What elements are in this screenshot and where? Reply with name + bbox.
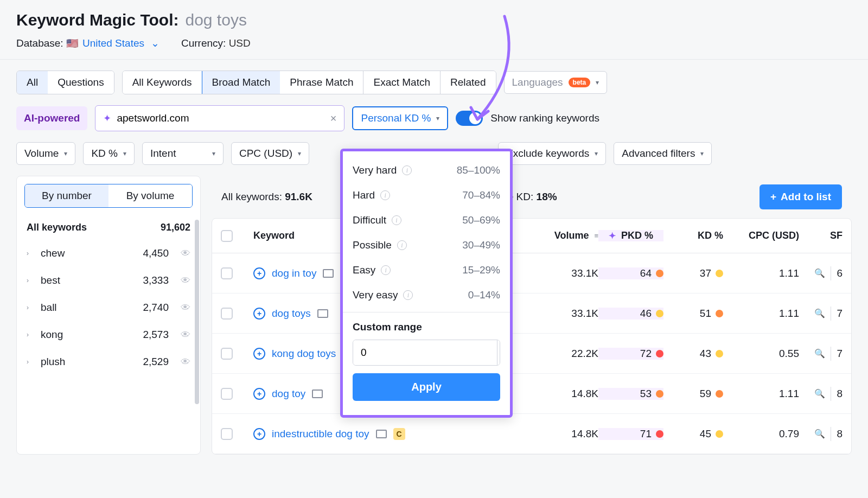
tab-questions[interactable]: Questions xyxy=(48,71,114,94)
sidebar-item-name: chew xyxy=(41,247,135,259)
tab-related[interactable]: Related xyxy=(441,71,496,94)
tab-exact-match[interactable]: Exact Match xyxy=(363,71,441,94)
add-keyword-icon[interactable]: + xyxy=(253,267,265,279)
serp-icon[interactable] xyxy=(376,430,387,438)
kd-value: 51 xyxy=(663,308,723,320)
volume-value: 33.1K xyxy=(539,308,598,320)
sidebar-item-count: 2,740 xyxy=(143,302,169,314)
difficulty-range: 70–84% xyxy=(462,189,500,201)
kd-filter[interactable]: KD %▾ xyxy=(83,142,135,165)
add-keyword-icon[interactable]: + xyxy=(253,388,265,400)
intent-filter[interactable]: Intent▾ xyxy=(142,142,224,165)
currency-label: Currency: xyxy=(181,37,226,49)
sidebar-item[interactable]: ›best3,333👁 xyxy=(20,267,197,294)
keyword-link[interactable]: dog in toy xyxy=(272,267,316,279)
info-icon[interactable]: i xyxy=(403,290,413,300)
sf-value: 7 xyxy=(837,308,843,320)
difficulty-range: 85–100% xyxy=(457,164,500,176)
col-pkd[interactable]: ✦PKD % xyxy=(598,230,663,241)
eye-icon[interactable]: 👁 xyxy=(181,356,190,368)
table-row: +dog in toy33.1K64371.11🔍6 xyxy=(212,253,851,293)
show-ranking-toggle[interactable] xyxy=(456,111,483,126)
serp-features-icon[interactable]: 🔍 xyxy=(814,388,825,399)
row-checkbox[interactable] xyxy=(221,428,233,440)
info-icon[interactable]: i xyxy=(402,165,412,175)
sidebar-item[interactable]: ›kong2,573👁 xyxy=(20,321,197,348)
difficulty-option[interactable]: Very hardi85–100% xyxy=(343,158,510,183)
row-checkbox[interactable] xyxy=(221,388,233,400)
add-keyword-icon[interactable]: + xyxy=(253,348,265,360)
select-all-checkbox[interactable] xyxy=(221,230,233,242)
serp-features-icon[interactable]: 🔍 xyxy=(814,268,825,278)
advanced-filters[interactable]: Advanced filters▾ xyxy=(614,142,712,165)
sidebar-tab-by-number[interactable]: By number xyxy=(25,184,108,207)
beta-badge: beta xyxy=(569,78,591,87)
show-ranking-label: Show ranking keywords xyxy=(490,112,599,124)
sidebar-tab-by-volume[interactable]: By volume xyxy=(108,184,192,207)
row-checkbox[interactable] xyxy=(221,308,233,320)
difficulty-option[interactable]: Hardi70–84% xyxy=(343,183,510,208)
eye-icon[interactable]: 👁 xyxy=(181,302,190,314)
custom-range-from[interactable] xyxy=(353,340,497,365)
tab-broad-match[interactable]: Broad Match xyxy=(202,71,281,94)
keyword-link[interactable]: kong dog toys xyxy=(272,348,336,360)
sidebar-item-count: 3,333 xyxy=(143,274,169,286)
difficulty-label: Possible xyxy=(353,239,392,251)
domain-input[interactable] xyxy=(117,112,330,124)
info-icon[interactable]: i xyxy=(397,240,407,250)
clear-icon[interactable]: × xyxy=(330,112,337,125)
eye-icon[interactable]: 👁 xyxy=(181,329,190,341)
add-to-list-button[interactable]: +Add to list xyxy=(760,184,842,209)
difficulty-label: Hard xyxy=(353,189,375,201)
difficulty-option[interactable]: Very easyi0–14% xyxy=(343,283,510,308)
cpc-filter[interactable]: CPC (USD)▾ xyxy=(231,142,309,165)
languages-filter[interactable]: Languages beta ▾ xyxy=(504,71,608,94)
col-cpc[interactable]: CPC (USD) xyxy=(723,230,799,241)
col-kd[interactable]: KD % xyxy=(663,230,723,241)
volume-filter[interactable]: Volume▾ xyxy=(16,142,75,165)
col-volume[interactable]: Volume≡ xyxy=(539,230,598,241)
keyword-link[interactable]: dog toys xyxy=(272,308,311,320)
volume-value: 14.8K xyxy=(539,428,598,440)
sort-desc-icon: ≡ xyxy=(594,232,598,240)
info-icon[interactable]: i xyxy=(392,215,401,225)
info-icon[interactable]: i xyxy=(381,265,391,275)
tab-all-keywords[interactable]: All Keywords xyxy=(123,71,202,94)
sidebar-item[interactable]: ›plush2,529👁 xyxy=(20,348,197,375)
add-keyword-icon[interactable]: + xyxy=(253,308,265,320)
sidebar-item[interactable]: ›chew4,450👁 xyxy=(20,240,197,267)
eye-icon[interactable]: 👁 xyxy=(181,248,190,259)
sidebar-item[interactable]: ›ball2,740👁 xyxy=(20,294,197,321)
row-checkbox[interactable] xyxy=(221,267,233,279)
serp-features-icon[interactable]: 🔍 xyxy=(814,348,825,359)
serp-icon[interactable] xyxy=(317,309,328,318)
tab-all[interactable]: All xyxy=(16,71,48,94)
difficulty-range: 0–14% xyxy=(468,289,500,301)
difficulty-option[interactable]: Possiblei30–49% xyxy=(343,233,510,258)
sidebar-scrollbar[interactable] xyxy=(195,220,199,404)
eye-icon[interactable]: 👁 xyxy=(181,275,190,286)
col-sf[interactable]: SF xyxy=(799,230,843,241)
sidebar: By number By volume All keywords 91,602 … xyxy=(16,176,201,455)
keyword-link[interactable]: dog toy xyxy=(272,388,305,400)
difficulty-option[interactable]: Easyi15–29% xyxy=(343,258,510,283)
table-row: +dog toy14.8K53591.11🔍8 xyxy=(212,374,851,414)
keyword-link[interactable]: indestructible dog toy xyxy=(272,428,369,440)
info-icon[interactable]: i xyxy=(380,190,390,200)
personal-kd-filter[interactable]: Personal KD % ▾ xyxy=(352,106,448,130)
difficulty-range: 15–29% xyxy=(462,264,500,276)
database-selector[interactable]: 🇺🇸 United States ⌄ xyxy=(66,37,159,49)
difficulty-option[interactable]: Difficulti50–69% xyxy=(343,208,510,233)
serp-icon[interactable] xyxy=(312,390,323,398)
add-keyword-icon[interactable]: + xyxy=(253,428,265,440)
serp-icon[interactable] xyxy=(323,269,334,278)
custom-range-to[interactable] xyxy=(497,340,500,365)
serp-features-icon[interactable]: 🔍 xyxy=(814,429,825,439)
serp-features-icon[interactable]: 🔍 xyxy=(814,308,825,318)
tab-phrase-match[interactable]: Phrase Match xyxy=(280,71,363,94)
difficulty-dot xyxy=(716,350,723,357)
apply-button[interactable]: Apply xyxy=(353,373,500,401)
volume-value: 33.1K xyxy=(539,267,598,279)
exclude-keywords-filter[interactable]: Exclude keywords▾ xyxy=(498,142,606,165)
row-checkbox[interactable] xyxy=(221,348,233,360)
